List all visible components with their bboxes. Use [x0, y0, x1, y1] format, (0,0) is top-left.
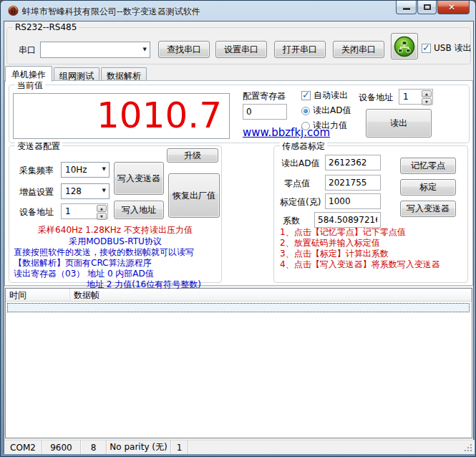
device-address-value: 1 — [403, 92, 409, 102]
coefficient-input[interactable] — [314, 212, 381, 228]
sensor-calibration-title: 传感器标定 — [280, 140, 327, 153]
gain-combobox[interactable]: 128 ▼ — [61, 183, 110, 199]
minimize-icon — [403, 8, 410, 10]
tabpage-standalone: 当前值 1010.7 配置寄存器 www.bbzfkj.com ✓ 自动读出 读… — [4, 80, 473, 286]
checkbox-box: ✓ — [301, 91, 311, 100]
tx-device-address-stepper[interactable]: 1 ▲▼ — [61, 203, 108, 219]
calibrate-button[interactable]: 标定 — [400, 179, 456, 196]
read-ad-radio[interactable]: 读出AD值 — [301, 105, 351, 117]
status-bar: COM2 9600 8 No parity (无) 1 — [4, 440, 475, 454]
upgrade-button[interactable]: 升级 — [167, 148, 218, 163]
read-ad-field-label: 读出AD值 — [281, 158, 319, 170]
tab-strip: 单机操作 组网测试 数据解析 — [4, 66, 475, 81]
read-ad-label: 读出AD值 — [313, 105, 351, 117]
device-address-stepper[interactable]: 1 ▲▼ — [399, 89, 433, 105]
checkbox-box: ✓ — [422, 44, 431, 53]
transmitter-config-groupbox: 变送器配置 采集频率 10Hz ▼ 增益设置 128 ▼ 设备地址 1 ▲▼ 写… — [9, 145, 222, 283]
client-area: RS232--RS485 串口 ▼ 查找串口 设置串口 打开串口 关闭串口 — [4, 21, 474, 453]
spin-down-icon[interactable]: ▼ — [422, 98, 432, 105]
usb-network-icon — [394, 36, 415, 57]
selected-empty-row[interactable] — [7, 303, 470, 312]
write-coefficient-button[interactable]: 写入变送器 — [400, 201, 456, 217]
transmitter-config-title: 变送器配置 — [15, 140, 62, 153]
resize-grip-icon[interactable] — [465, 444, 472, 452]
tab-data-analysis[interactable]: 数据解析 — [101, 67, 147, 82]
window-title: 蚌埠市智峰科技有限公司--数字变送器测试软件 — [22, 6, 200, 18]
open-port-button[interactable]: 打开串口 — [274, 41, 326, 58]
config-register-label: 配置寄存器 — [243, 90, 286, 102]
sampling-warning-text: 采样640Hz 1.28KHz 不支持读出压力值 — [9, 224, 221, 236]
check-icon: ✓ — [302, 90, 310, 100]
app-icon — [7, 4, 19, 16]
calib-value-input[interactable] — [325, 193, 381, 209]
status-parity: No parity (无) — [107, 441, 171, 454]
tab-standalone[interactable]: 单机操作 — [5, 66, 52, 82]
config-register-input[interactable] — [243, 104, 287, 120]
column-header-time[interactable]: 时间 — [6, 289, 70, 301]
serial-group-title: RS232--RS485 — [13, 22, 79, 32]
memory-zero-button[interactable]: 记忆零点 — [400, 158, 456, 174]
close-icon: ✕ — [448, 2, 455, 12]
gain-value: 128 — [65, 186, 82, 196]
auto-read-checkbox[interactable]: ✓ 自动读出 — [301, 90, 348, 102]
app-window: 蚌埠市智峰科技有限公司--数字变送器测试软件 ✕ RS232--RS485 串口… — [0, 0, 476, 457]
calib-value-label: 标定值(克) — [280, 196, 321, 208]
maximize-icon — [424, 4, 431, 10]
tx-device-address-value: 1 — [65, 206, 71, 216]
write-transmitter-button[interactable]: 写入变送器 — [114, 162, 164, 195]
serial-port-label: 串口 — [19, 44, 36, 57]
usb-read-checkbox[interactable]: ✓ USB 读出 — [422, 42, 471, 54]
read-button[interactable]: 读出 — [366, 109, 432, 138]
sample-rate-value: 10Hz — [65, 165, 87, 175]
sample-rate-label: 采集频率 — [19, 165, 54, 177]
zero-value-label: 零点值 — [284, 178, 310, 190]
usb-device-button[interactable] — [391, 33, 418, 59]
data-frame-list[interactable]: 时间 数据帧 — [5, 288, 472, 438]
protocol-info-line: 地址 2 力值(16位有符号整数) — [87, 279, 201, 291]
title-bar[interactable]: 蚌埠市智峰科技有限公司--数字变送器测试软件 ✕ — [1, 1, 475, 21]
set-port-button[interactable]: 设置串口 — [215, 41, 267, 58]
chevron-down-icon: ▼ — [102, 166, 106, 172]
serial-port-combobox[interactable]: ▼ — [40, 42, 150, 58]
close-button[interactable]: ✕ — [437, 1, 470, 14]
sample-rate-combobox[interactable]: 10Hz ▼ — [61, 162, 110, 178]
check-icon: ✓ — [422, 42, 430, 53]
spin-up-icon[interactable]: ▲ — [422, 90, 432, 97]
minimize-button[interactable] — [396, 1, 417, 14]
close-port-button[interactable]: 关闭串口 — [333, 41, 384, 58]
spin-down-icon[interactable]: ▼ — [97, 213, 107, 220]
auto-read-label: 自动读出 — [314, 90, 348, 102]
read-ad-input[interactable] — [325, 155, 381, 170]
sensor-calibration-groupbox: 传感器标定 读出AD值 零点值 标定值(克) 系数 记忆零点 标定 写入变送器 … — [273, 145, 468, 283]
status-com-port: COM2 — [4, 441, 42, 454]
status-filler — [188, 441, 475, 454]
read-force-label: 读出力值 — [313, 120, 347, 132]
radio-dot — [301, 107, 310, 115]
read-force-radio[interactable]: 读出力值 — [301, 120, 347, 132]
chevron-down-icon: ▼ — [102, 188, 106, 193]
find-port-button[interactable]: 查找串口 — [158, 41, 210, 58]
device-address-label: 设备地址 — [359, 92, 393, 104]
calibration-step: 4、点击【写入变送器】将系数写入变送器 — [280, 259, 440, 271]
chevron-down-icon: ▼ — [143, 47, 147, 52]
serial-groupbox: RS232--RS485 串口 ▼ 查找串口 设置串口 打开串口 关闭串口 — [6, 27, 471, 64]
maximize-button[interactable] — [417, 1, 437, 14]
current-value-display: 1010.7 — [13, 93, 230, 139]
status-stop-bits: 1 — [171, 441, 188, 454]
gain-label: 增益设置 — [19, 186, 54, 198]
spin-up-icon[interactable]: ▲ — [97, 205, 107, 212]
tx-device-address-label: 设备地址 — [19, 206, 54, 218]
tab-network-test[interactable]: 组网测试 — [54, 67, 99, 82]
status-data-bits: 8 — [81, 441, 107, 454]
radio-dot — [301, 122, 310, 130]
coefficient-label: 系数 — [283, 215, 300, 227]
list-header: 时间 数据帧 — [6, 289, 472, 302]
current-value-groupbox: 当前值 1010.7 配置寄存器 www.bbzfkj.com ✓ 自动读出 读… — [9, 85, 470, 143]
write-address-button[interactable]: 写入地址 — [114, 201, 164, 219]
status-baud-rate: 9600 — [42, 441, 81, 454]
restore-factory-button[interactable]: 恢复出厂值 — [168, 173, 220, 218]
zero-value-input[interactable] — [325, 175, 381, 191]
usb-read-label: USB 读出 — [434, 42, 471, 54]
